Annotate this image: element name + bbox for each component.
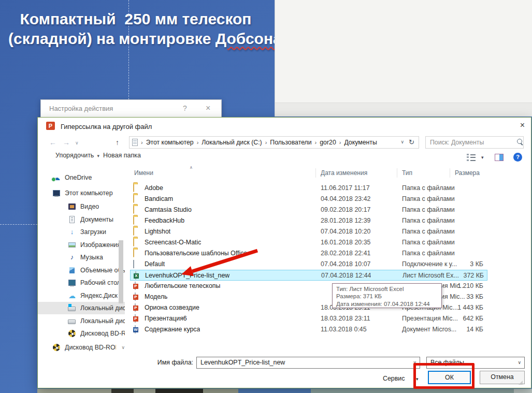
file-size: 642 КБ: [441, 315, 483, 322]
taskbar-strip: [37, 389, 111, 393]
slide-title-line1: Компактный 250 мм телескоп: [8, 9, 263, 29]
sidebar-item-label: Документы: [80, 216, 113, 223]
file-type: Папка с файлами: [402, 184, 455, 192]
file-date: 07.04.2018 10:20: [321, 228, 370, 235]
column-header-date[interactable]: Дата изменения: [321, 169, 367, 177]
file-date: 28.01.2018 12:39: [321, 217, 370, 224]
sidebar-item[interactable]: OneDrive: [38, 171, 125, 184]
chevron-down-icon[interactable]: ∨: [121, 345, 125, 350]
taskbar-strip: [203, 389, 238, 393]
sidebar-item[interactable]: Локальный дис: [38, 302, 125, 314]
help-icon[interactable]: ?: [183, 104, 187, 112]
close-icon[interactable]: ×: [206, 104, 210, 113]
hyperlink-file-dialog: P Гиперссылка на другой файл × ← → ∨ ↑ ›…: [37, 117, 531, 388]
file-row[interactable]: Презентация618.03.2018 23:11Презентация …: [130, 313, 487, 324]
bd-icon: [68, 329, 76, 338]
filename-label: Имя файла:: [141, 359, 193, 366]
column-header-type[interactable]: Тип: [402, 169, 412, 177]
pictures-icon: [68, 241, 76, 249]
file-name: Ориона созвездие: [145, 304, 199, 311]
folder-file-icon: [133, 184, 134, 192]
column-separator[interactable]: [450, 168, 450, 178]
view-dropdown-icon[interactable]: ▾: [481, 155, 484, 160]
word-file-icon: [135, 325, 136, 333]
sidebar-item[interactable]: Рабочий стол: [38, 276, 125, 289]
sidebar-item[interactable]: Дисковод BD-R(: [38, 327, 125, 340]
preview-pane-icon[interactable]: [495, 154, 504, 161]
column-header-size[interactable]: Размера: [455, 169, 480, 177]
file-row[interactable]: Screencast-O-Matic16.01.2018 20:35Папка …: [130, 237, 487, 248]
taskbar-strip: [134, 389, 155, 393]
close-icon[interactable]: ×: [520, 121, 525, 130]
file-row[interactable]: Camtasia Studio09.02.2018 20:17Папка с ф…: [130, 205, 487, 215]
sidebar-item-label: Изображения: [80, 241, 121, 249]
file-name: FeedbackHub: [145, 217, 184, 224]
file-date: 16.01.2018 20:35: [321, 239, 370, 246]
sidebar-item[interactable]: Документы: [38, 213, 125, 226]
disk-c-icon: [68, 304, 76, 312]
address-bar[interactable]: ›Этот компьютер›Локальный диск (C:)›Поль…: [129, 136, 419, 149]
organize-button[interactable]: Упорядочить▾: [55, 152, 99, 159]
breadcrumb: ›Этот компьютер›Локальный диск (C:)›Поль…: [138, 139, 377, 146]
filename-input[interactable]: LevenhukOPT_Price-list_new∨: [196, 357, 420, 369]
dialog-title: Гиперссылка на другой файл: [61, 123, 152, 130]
file-row[interactable]: LevenhukOPT_Price-list_new07.04.2018 12:…: [130, 270, 487, 281]
file-size: 14 КБ: [441, 326, 483, 333]
vertical-guide-line: [128, 0, 129, 99]
up-icon[interactable]: ↑: [116, 138, 119, 147]
file-date: 28.02.2018 22:41: [321, 250, 370, 257]
refresh-icon[interactable]: ↻: [409, 138, 414, 146]
new-folder-button[interactable]: Новая папка: [103, 152, 141, 159]
search-icon[interactable]: [517, 139, 523, 145]
breadcrumb-item[interactable]: Документы: [344, 139, 377, 146]
file-type: Папка с файлами: [402, 217, 455, 224]
file-name: Пользовательские шаблоны Office: [145, 250, 247, 257]
help-icon[interactable]: ?: [513, 153, 522, 162]
tools-button[interactable]: Сервис: [383, 375, 405, 382]
breadcrumb-item[interactable]: Пользователи: [270, 139, 311, 146]
breadcrumb-separator: ›: [141, 139, 143, 145]
address-dropdown-icon[interactable]: ∨: [400, 139, 404, 144]
file-row[interactable]: Пользовательские шаблоны Office28.02.201…: [130, 248, 487, 259]
file-row[interactable]: Bandicam04.04.2018 23:42Папка с файлами: [130, 194, 487, 205]
file-row[interactable]: FeedbackHub28.01.2018 12:39Папка с файла…: [130, 215, 487, 226]
file-tooltip: Тип: Лист Microsoft Excel Размера: 371 К…: [332, 283, 442, 308]
excel-file-icon: [135, 271, 136, 280]
search-input[interactable]: Поиск: Документы: [425, 136, 524, 149]
sidebar-item[interactable]: Музыка: [38, 251, 125, 264]
sidebar-item[interactable]: Объемные объ: [38, 264, 125, 276]
file-row[interactable]: Lightshot07.04.2018 10:20Папка с файлами: [130, 226, 487, 237]
file-date: 04.04.2018 23:42: [321, 195, 370, 202]
file-row[interactable]: Default07.04.2018 10:07Подключение к у..…: [130, 259, 487, 270]
column-separator[interactable]: [315, 168, 316, 178]
recent-locations-icon[interactable]: ∨: [75, 140, 79, 145]
sidebar-scrollbar[interactable]: [119, 240, 123, 303]
file-size: 372 КБ: [441, 272, 484, 279]
sidebar-item[interactable]: Яндекс.Диск: [38, 289, 125, 302]
file-row[interactable]: Содержание курса11.03.2018 0:45Документ …: [130, 324, 487, 335]
column-separator[interactable]: [397, 168, 397, 178]
disk-icon: [68, 317, 76, 325]
breadcrumb-item[interactable]: Локальный диск (C:): [202, 139, 262, 146]
forward-icon[interactable]: →: [63, 138, 70, 147]
sidebar-item[interactable]: Дисковод BD-ROI∨: [38, 341, 125, 354]
details-view-icon[interactable]: [467, 154, 476, 161]
sidebar-item[interactable]: Изображения: [38, 239, 125, 251]
cancel-button[interactable]: Отмена: [480, 371, 525, 384]
breadcrumb-item[interactable]: gor20: [320, 139, 336, 146]
chevron-down-icon[interactable]: ∨: [517, 357, 521, 368]
file-row[interactable]: Adobe11.06.2017 11:17Папка с файлами: [130, 183, 487, 194]
file-name: Содержание курса: [145, 326, 200, 333]
sidebar-item[interactable]: Загрузки: [38, 226, 125, 238]
breadcrumb-item[interactable]: Этот компьютер: [146, 139, 194, 146]
misspelled-word: Добсона: [215, 30, 282, 47]
sidebar-item[interactable]: Видео: [38, 200, 125, 213]
music-icon: [68, 253, 76, 261]
column-header-name[interactable]: Имени: [134, 169, 153, 177]
back-icon[interactable]: ←: [49, 138, 56, 147]
ppt-file-icon: [135, 293, 136, 301]
ppt-file-icon: [135, 314, 136, 323]
sidebar-item[interactable]: Этот компьютер: [38, 187, 125, 199]
sidebar-item-label: Локальный дис: [80, 317, 125, 325]
sidebar-item[interactable]: Локальный дис: [38, 315, 125, 327]
